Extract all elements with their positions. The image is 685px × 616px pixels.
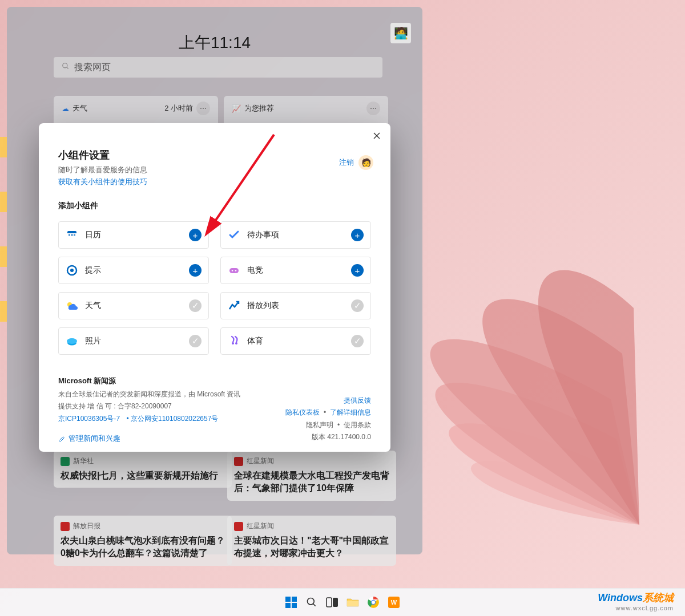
version-text: 版本 421.17400.0.0 bbox=[285, 431, 371, 444]
add-button[interactable]: + bbox=[351, 264, 364, 277]
news-source: 解放日报 bbox=[73, 521, 100, 531]
widget-grid: 日历+待办事项+提示+电竞+天气✓播放列表✓照片✓体育✓ bbox=[39, 211, 390, 355]
added-check-icon: ✓ bbox=[351, 335, 364, 347]
svg-rect-19 bbox=[285, 597, 291, 602]
newsfeed-desc: 来自全球最佳记者的突发新闻和深度报道，由 Microsoft 资讯 bbox=[58, 390, 240, 398]
esports-icon bbox=[228, 264, 240, 277]
weather-title: 天气 bbox=[72, 103, 87, 114]
svg-rect-6 bbox=[68, 234, 70, 236]
svg-point-12 bbox=[232, 270, 233, 271]
widget-label: 日历 bbox=[85, 230, 189, 240]
search-icon bbox=[62, 62, 70, 72]
more-icon[interactable]: ⋯ bbox=[366, 102, 380, 115]
widget-label: 电竞 bbox=[247, 265, 351, 275]
svg-line-1 bbox=[67, 67, 68, 69]
explorer-icon[interactable] bbox=[345, 594, 361, 610]
svg-point-16 bbox=[232, 342, 234, 345]
widget-option-watchlist[interactable]: 播放列表✓ bbox=[220, 292, 371, 319]
svg-rect-21 bbox=[285, 603, 291, 608]
source-icon bbox=[234, 457, 243, 466]
source-icon bbox=[61, 522, 70, 531]
more-icon[interactable]: ⋯ bbox=[196, 102, 210, 115]
svg-point-30 bbox=[372, 601, 375, 604]
svg-point-15 bbox=[67, 338, 77, 344]
news-card[interactable]: 红星新闻 全球在建规模最大水电工程投产发电背后：气象部门提供了10年保障 bbox=[227, 451, 396, 501]
news-headline: 权威快报|七月，这些重要新规开始施行 bbox=[61, 469, 225, 482]
added-check-icon: ✓ bbox=[351, 299, 364, 312]
svg-rect-26 bbox=[333, 598, 338, 607]
svg-point-10 bbox=[70, 269, 74, 272]
widget-label: 播放列表 bbox=[247, 301, 351, 311]
widget-label: 体育 bbox=[247, 336, 351, 346]
dialog-subtitle: 随时了解最喜爱服务的信息 bbox=[58, 165, 371, 175]
svg-rect-25 bbox=[327, 598, 332, 607]
icp-link-2[interactable]: 京公网安11010802022657号 bbox=[131, 415, 218, 423]
widget-option-sports[interactable]: 体育✓ bbox=[220, 327, 371, 355]
user-avatar[interactable]: 🧑‍💻 bbox=[390, 23, 411, 43]
tips-icon bbox=[66, 264, 78, 277]
widget-label: 待办事项 bbox=[247, 230, 351, 240]
chrome-icon[interactable] bbox=[365, 594, 381, 610]
user-avatar-small: 🧑 bbox=[358, 155, 373, 170]
news-headline: 主要城市次日达！"老大哥"中国邮政宣布提速，对哪家冲击更大？ bbox=[234, 534, 389, 560]
terms-link[interactable]: 使用条款 bbox=[344, 421, 371, 429]
tips-link[interactable]: 获取有关小组件的使用技巧 bbox=[58, 177, 371, 187]
dialog-title: 小组件设置 bbox=[58, 148, 371, 162]
news-card[interactable]: 红星新闻 主要城市次日达！"老大哥"中国邮政宣布提速，对哪家冲击更大？ bbox=[227, 516, 396, 566]
search-box[interactable]: 搜索网页 bbox=[54, 57, 382, 78]
news-headline: 全球在建规模最大水电工程投产发电背后：气象部门提供了10年保障 bbox=[234, 469, 389, 495]
source-icon bbox=[61, 457, 70, 466]
recommend-title: 为您推荐 bbox=[244, 103, 274, 114]
widget-option-calendar[interactable]: 日历+ bbox=[58, 221, 209, 249]
watermark: Windows系统城 www.wxcLgg.com bbox=[598, 591, 674, 611]
svg-rect-8 bbox=[74, 234, 75, 236]
privacy-statement-link[interactable]: 隐私声明 bbox=[306, 421, 333, 429]
news-source: 红星新闻 bbox=[247, 456, 274, 466]
svg-point-17 bbox=[235, 342, 237, 345]
svg-line-24 bbox=[313, 604, 316, 606]
watchlist-icon bbox=[228, 299, 240, 312]
widget-option-photos[interactable]: 照片✓ bbox=[58, 327, 209, 355]
sports-icon bbox=[228, 335, 240, 347]
widget-label: 照片 bbox=[85, 336, 189, 346]
news-source: 红星新闻 bbox=[247, 521, 274, 531]
weather-icon: ☁ bbox=[62, 104, 69, 113]
search-icon[interactable] bbox=[304, 594, 320, 610]
news-card[interactable]: 新华社 权威快报|七月，这些重要新规开始施行 bbox=[54, 451, 232, 488]
feedback-link[interactable]: 提供反馈 bbox=[344, 396, 371, 404]
add-button[interactable]: + bbox=[189, 229, 202, 241]
news-headline: 农夫山泉白桃味气泡水到底有没有问题？0糖0卡为什么总翻车？这篇说清楚了 bbox=[61, 534, 225, 560]
svg-rect-22 bbox=[292, 603, 297, 608]
task-view-icon[interactable] bbox=[324, 594, 340, 610]
weather-icon bbox=[66, 299, 78, 312]
signout-link[interactable]: 注销 🧑 bbox=[339, 155, 373, 170]
widget-option-tips[interactable]: 提示+ bbox=[58, 257, 209, 284]
svg-point-13 bbox=[235, 270, 236, 271]
widget-option-todo[interactable]: 待办事项+ bbox=[220, 221, 371, 249]
privacy-dashboard-link[interactable]: 隐私仪表板 bbox=[285, 408, 320, 416]
weather-time: 2 小时前 bbox=[164, 103, 193, 114]
svg-rect-7 bbox=[71, 234, 73, 236]
close-button[interactable] bbox=[371, 130, 382, 141]
add-widgets-heading: 添加小组件 bbox=[39, 201, 390, 211]
photos-icon bbox=[66, 335, 78, 347]
widget-settings-dialog: 小组件设置 随时了解最喜爱服务的信息 获取有关小组件的使用技巧 注销 🧑 添加小… bbox=[39, 123, 390, 452]
svg-rect-20 bbox=[292, 597, 297, 602]
taskbar[interactable]: W bbox=[0, 588, 685, 616]
details-link[interactable]: 了解详细信息 bbox=[330, 408, 371, 416]
add-button[interactable]: + bbox=[351, 229, 364, 241]
app-icon[interactable]: W bbox=[386, 594, 402, 610]
signout-label: 注销 bbox=[339, 157, 354, 168]
search-placeholder: 搜索网页 bbox=[74, 62, 111, 74]
trend-icon: 📈 bbox=[232, 104, 241, 113]
added-check-icon: ✓ bbox=[189, 299, 202, 312]
manage-news-label: 管理新闻和兴趣 bbox=[68, 434, 120, 444]
widget-option-weather[interactable]: 天气✓ bbox=[58, 292, 209, 319]
start-button[interactable] bbox=[283, 594, 299, 610]
news-card[interactable]: 解放日报 农夫山泉白桃味气泡水到底有没有问题？0糖0卡为什么总翻车？这篇说清楚了 bbox=[54, 516, 232, 566]
svg-rect-27 bbox=[347, 601, 358, 606]
calendar-icon bbox=[66, 229, 78, 241]
widget-option-esports[interactable]: 电竞+ bbox=[220, 257, 371, 284]
icp-link-1[interactable]: 京ICP10036305号-7 bbox=[58, 415, 120, 423]
add-button[interactable]: + bbox=[189, 264, 202, 277]
